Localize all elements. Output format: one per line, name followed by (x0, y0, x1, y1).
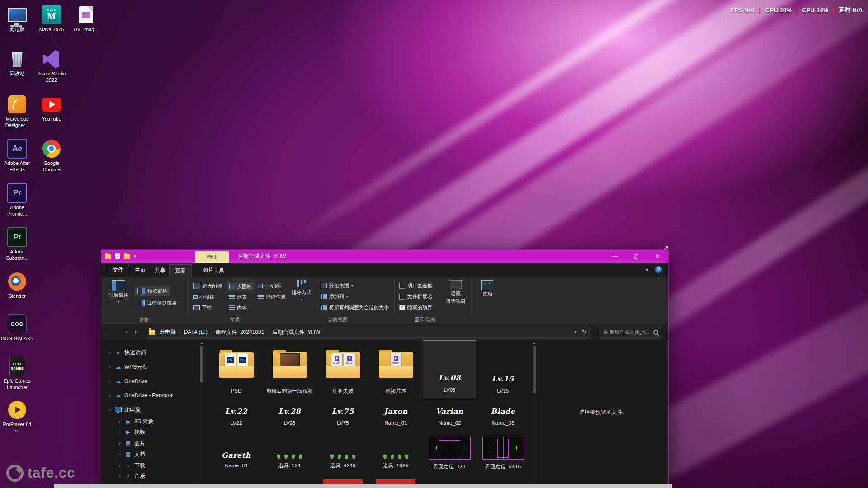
file-item-name03[interactable]: Blade Name_03 (476, 404, 529, 427)
file-item-psd[interactable]: PS PS PSD (210, 342, 263, 394)
file-extensions-toggle[interactable]: 文件扩展名 (397, 291, 434, 301)
recent-locations-icon[interactable]: ▾ (122, 324, 131, 340)
minimize-button[interactable]: — (604, 250, 626, 263)
tab-share[interactable]: 共享 (149, 264, 171, 276)
file-item-props-9x16[interactable]: 道具_9X16 (316, 433, 369, 469)
breadcrumb-course-folder[interactable]: 课程文件_20241001 (212, 328, 267, 336)
sidebar-item-videos[interactable]: › ▶ 视频 (101, 426, 213, 438)
size-columns-button[interactable]: 将所有列调整为合适的大小 (318, 302, 391, 312)
breadcrumb-current-folder[interactable]: 后期合成文件_YHW (269, 328, 324, 336)
file-item-lv08-selected[interactable]: Lv.08 LV08 (423, 341, 476, 398)
chevron-right-icon[interactable]: › (108, 350, 112, 355)
navigation-pane-button[interactable]: 导航窗格 ▾ (103, 278, 134, 306)
details-pane-button[interactable]: 详细信息窗格 (135, 298, 179, 308)
scroll-up-icon[interactable]: ▲ (199, 341, 204, 345)
desktop-icon-potplayer[interactable]: PotPlayer 64 bit (0, 399, 34, 434)
view-list[interactable]: 列表 (227, 292, 249, 301)
file-item-lv28[interactable]: Lv.28 LV28 (263, 404, 316, 427)
checkbox-icon[interactable] (399, 294, 405, 300)
desktop-icon-uv-image[interactable]: UV_Imag... (69, 5, 103, 33)
tab-picture-tools[interactable]: 图片工具 (197, 264, 230, 276)
file-item-name04[interactable]: Gareth Name_04 (210, 433, 263, 469)
sort-by-button[interactable]: 排序方式 ▾ (287, 278, 316, 304)
sidebar-item-pictures[interactable]: › ▦ 图片 (101, 437, 213, 449)
chevron-right-icon[interactable]: › (118, 452, 122, 457)
chevron-right-icon[interactable]: › (118, 463, 122, 468)
desktop-icon-epic[interactable]: EPICGAMES Epic Games Launcher (0, 356, 34, 391)
file-item-ui-layout-1x1[interactable]: 界面定位_1X1 (423, 433, 476, 470)
options-button[interactable]: 选项 (475, 278, 500, 300)
file-item-video-ending-folder[interactable]: MOV 视频片尾 (369, 342, 422, 394)
file-item-lv22[interactable]: Lv.22 LV22 (210, 404, 263, 427)
sidebar-item-wps-cloud[interactable]: › ☁ WPS云盘 (101, 361, 203, 373)
titlebar[interactable]: ✓ ▾ 管理 后期合成文件_YHW — ▢ ✕ (101, 250, 668, 263)
view-small-icons[interactable]: 小图标 (192, 292, 216, 301)
collapse-ribbon-icon[interactable]: ∧ (646, 267, 649, 272)
scrollbar-thumb[interactable] (200, 346, 203, 382)
file-item-lv15[interactable]: Lv.15 LV15 (476, 342, 529, 394)
file-item-failed-tasks-folder[interactable]: MOV MOV 任务失败 (316, 342, 369, 394)
hide-selected-button[interactable]: 隐藏 所选项目 (441, 278, 470, 306)
desktop-icon-visual-studio[interactable]: Visual Studio 2022 (34, 49, 69, 84)
sidebar-item-onedrive[interactable]: › ☁ OneDrive (101, 375, 203, 387)
chevron-right-icon[interactable]: › (118, 474, 122, 479)
file-item-ui-layout-9x16[interactable]: 界面定位_9X16 (476, 433, 529, 470)
file-item-lv75[interactable]: Lv.75 LV75 (316, 404, 369, 427)
sidebar-item-music[interactable]: › ♪ 音乐 (101, 470, 213, 482)
sidebar-scrollbar[interactable]: ▲ ▼ (199, 340, 204, 488)
view-tiles[interactable]: 平铺 (192, 303, 213, 312)
maximize-button[interactable]: ▢ (626, 250, 647, 263)
desktop-icon-substance[interactable]: Pt Adobe Substan... (0, 227, 34, 262)
breadcrumb[interactable]: › 此电脑 › DATA (E:) › 课程文件_20241001 › 后期合成… (146, 327, 590, 338)
breadcrumb-this-pc[interactable]: 此电脑 (156, 328, 179, 336)
desktop-icon-after-effects[interactable]: Ae Adobe After Effects (0, 138, 34, 173)
chevron-right-icon[interactable]: › (108, 379, 112, 384)
hidden-items-toggle[interactable]: 隐藏的项目 (397, 302, 434, 312)
checkbox-icon[interactable] (399, 283, 405, 289)
chevron-down-icon[interactable]: ▾ (134, 254, 136, 258)
taskbar[interactable] (54, 484, 672, 488)
desktop-icon-maya[interactable]: MAYAM Maya 2025 (34, 5, 69, 33)
chevron-down-icon[interactable]: › (108, 408, 113, 412)
scrollbar-thumb[interactable] (533, 346, 536, 393)
sidebar-item-this-pc[interactable]: › 此电脑 (101, 404, 203, 416)
view-extra-large-icons[interactable]: 超大图标 (192, 282, 224, 291)
file-list-scrollbar[interactable]: ▲ (532, 340, 537, 488)
sidebar-item-documents[interactable]: › ▤ 文档 (101, 448, 213, 460)
tab-view[interactable]: 查看 (169, 264, 192, 277)
file-item-edited-video-folder[interactable]: 剪辑后的第一版视频 (263, 342, 316, 394)
file-item-props-1x1[interactable]: 道具_1X1 (263, 433, 316, 469)
preview-pane-button[interactable]: 预览窗格 (135, 286, 170, 296)
refresh-icon[interactable]: ↻ (582, 329, 586, 335)
up-icon[interactable]: ↑ (131, 324, 140, 340)
properties-check-icon[interactable]: ✓ (115, 253, 120, 259)
tab-file[interactable]: 文件 (107, 265, 129, 275)
tab-home[interactable]: 主页 (129, 264, 151, 276)
sidebar-item-quick-access[interactable]: › ★ 快速访问 (101, 347, 203, 358)
desktop-icon-gog[interactable]: GOG GOG GALAXY (0, 314, 34, 342)
new-folder-icon[interactable] (124, 254, 130, 259)
forward-icon[interactable]: → (113, 324, 122, 340)
add-columns-button[interactable]: 添加列 ▾ (318, 291, 350, 301)
desktop-icon-youtube[interactable]: YouTube (34, 94, 69, 122)
chevron-right-icon[interactable]: › (108, 365, 112, 370)
help-icon[interactable]: ? (655, 266, 662, 273)
address-dropdown-icon[interactable]: ▾ (574, 330, 576, 334)
search-box[interactable] (599, 327, 661, 338)
chevron-right-icon[interactable]: › (118, 419, 122, 424)
desktop-icon-chrome[interactable]: Google Chrome (34, 138, 69, 173)
file-item-name01[interactable]: Jaxon Name_01 (369, 404, 422, 427)
folder-icon[interactable] (105, 254, 111, 259)
desktop-icon-premiere[interactable]: Pr Adobe Premie... (0, 183, 34, 217)
desktop-icon-blender[interactable]: Blender (0, 271, 34, 300)
desktop-icon-recycle-bin[interactable]: 回收站 (0, 49, 34, 77)
gallery-scroll-up[interactable]: ▲▼▼ (278, 281, 283, 293)
desktop-icon-marvelous-designer[interactable]: Marvelous Designer... (0, 94, 34, 129)
back-icon[interactable]: ← (103, 324, 112, 340)
view-large-icons[interactable]: 大图标 (227, 282, 254, 291)
item-checkboxes-toggle[interactable]: 项目复选框 (397, 281, 434, 291)
file-item-name02[interactable]: Varian Name_02 (423, 404, 476, 427)
breadcrumb-drive[interactable]: DATA (E:) (181, 329, 211, 335)
desktop-icon-this-pc[interactable]: 此电脑 (0, 5, 34, 33)
expand-overlay-icon[interactable]: ↗ (663, 244, 669, 252)
